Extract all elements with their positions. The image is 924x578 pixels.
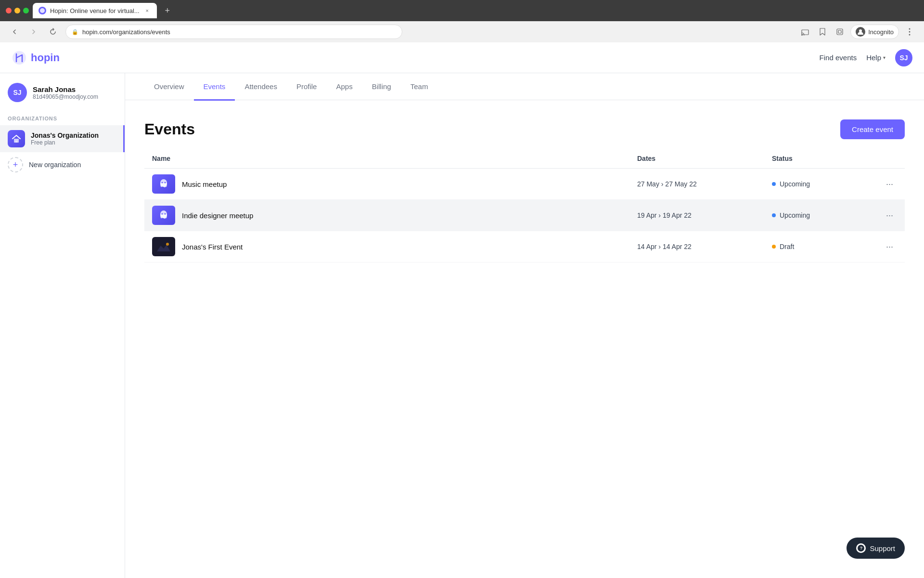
event-name-text: Jonas's First Event — [182, 243, 243, 251]
event-name-text: Indie designer meetup — [182, 211, 253, 220]
back-btn[interactable] — [8, 25, 21, 39]
event-thumb-dark — [152, 237, 175, 256]
status-text: Upcoming — [780, 180, 810, 188]
org-name: Jonas's Organization — [31, 131, 99, 139]
tab-title: Hopin: Online venue for virtual... — [50, 7, 140, 14]
maximize-window-btn[interactable] — [23, 8, 29, 13]
browser-chrome: Hopin: Online venue for virtual... × + — [0, 0, 924, 21]
hopin-logo[interactable]: hopin — [12, 50, 60, 66]
svg-point-21 — [166, 243, 169, 246]
extension-icon[interactable] — [833, 25, 847, 39]
svg-point-0 — [40, 8, 45, 13]
events-header: Events Create event — [144, 119, 905, 139]
help-button[interactable]: Help ▾ — [866, 53, 886, 62]
incognito-icon — [856, 27, 865, 37]
svg-rect-1 — [802, 30, 808, 35]
address-bar-row: 🔒 hopin.com/organizations/events Incogni… — [0, 21, 924, 42]
event-name-text: Music meetup — [182, 180, 227, 188]
address-bar[interactable]: 🔒 hopin.com/organizations/events — [65, 25, 402, 39]
org-item-jonas[interactable]: Jonas's Organization Free plan — [0, 125, 125, 152]
menu-btn[interactable] — [903, 25, 916, 39]
browser-window-controls — [6, 8, 29, 13]
sidebar-user-email: 81d49065@moodjoy.com — [33, 93, 98, 100]
tab-team[interactable]: Team — [401, 74, 438, 101]
header-actions — [868, 155, 897, 162]
minimize-window-btn[interactable] — [14, 8, 20, 13]
help-chevron-icon: ▾ — [883, 55, 886, 60]
tab-attendees[interactable]: Attendees — [235, 74, 287, 101]
tab-apps[interactable]: Apps — [326, 74, 362, 101]
status-text: Draft — [780, 243, 794, 250]
new-org-icon: + — [8, 157, 23, 172]
event-thumbnail-first — [152, 237, 175, 256]
event-thumb-purple — [152, 206, 175, 225]
tab-profile[interactable]: Profile — [287, 74, 327, 101]
new-org-label: New organization — [29, 161, 81, 169]
header-status: Status — [772, 155, 868, 162]
sidebar-user-avatar: SJ — [8, 83, 27, 102]
topnav-actions: Find events Help ▾ SJ — [820, 49, 912, 66]
table-row[interactable]: Indie designer meetup 19 Apr › 19 Apr 22… — [144, 200, 905, 231]
status-dot-upcoming — [772, 213, 776, 217]
find-events-link[interactable]: Find events — [820, 53, 857, 62]
forward-btn[interactable] — [27, 25, 40, 39]
more-options-btn[interactable]: ··· — [882, 240, 897, 254]
lock-icon: 🔒 — [72, 29, 78, 35]
main-layout: SJ Sarah Jonas 81d49065@moodjoy.com ORGA… — [0, 73, 924, 578]
table-row[interactable]: Jonas's First Event 14 Apr › 14 Apr 22 D… — [144, 231, 905, 263]
tabs: Overview Events Attendees Profile Apps B… — [125, 73, 924, 100]
event-landscape-icon — [157, 242, 170, 251]
events-title: Events — [144, 120, 195, 138]
svg-point-14 — [162, 182, 163, 184]
sidebar: SJ Sarah Jonas 81d49065@moodjoy.com ORGA… — [0, 73, 125, 578]
status-dot-draft — [772, 245, 776, 249]
event-ghost-icon — [157, 209, 170, 222]
event-ghost-icon — [157, 177, 170, 191]
svg-rect-3 — [837, 29, 843, 35]
incognito-label: Incognito — [868, 28, 894, 36]
header-name: Name — [152, 155, 637, 162]
app: hopin Find events Help ▾ SJ SJ Sarah Jon… — [0, 42, 924, 578]
more-options-btn[interactable]: ··· — [882, 209, 897, 223]
bookmark-icon[interactable] — [816, 25, 829, 39]
event-name-cell: Music meetup — [152, 174, 637, 194]
row-actions: ··· — [868, 240, 897, 254]
row-actions: ··· — [868, 177, 897, 191]
close-window-btn[interactable] — [6, 8, 12, 13]
tab-overview[interactable]: Overview — [144, 74, 194, 101]
cast-icon[interactable] — [798, 25, 812, 39]
topnav: hopin Find events Help ▾ SJ — [0, 42, 924, 73]
organizations-label: ORGANIZATIONS — [0, 116, 125, 125]
help-label: Help — [866, 53, 881, 62]
tab-events[interactable]: Events — [194, 74, 235, 101]
events-table: Name Dates Status — [144, 155, 905, 263]
support-button[interactable]: ? Support — [847, 538, 905, 559]
table-header: Name Dates Status — [144, 155, 905, 169]
svg-point-18 — [165, 213, 166, 215]
status-cell: Draft — [772, 243, 868, 250]
svg-point-17 — [162, 213, 163, 215]
svg-rect-12 — [15, 141, 17, 143]
user-avatar-topnav[interactable]: SJ — [895, 49, 912, 66]
svg-point-2 — [801, 35, 802, 36]
event-name-cell: Jonas's First Event — [152, 237, 637, 256]
status-dot-upcoming — [772, 182, 776, 186]
tab-billing[interactable]: Billing — [362, 74, 401, 101]
header-dates: Dates — [637, 155, 772, 162]
address-text: hopin.com/organizations/events — [82, 28, 170, 36]
svg-point-9 — [909, 34, 911, 36]
tab-close-btn[interactable]: × — [143, 7, 151, 14]
status-cell: Upcoming — [772, 211, 868, 219]
refresh-btn[interactable] — [46, 25, 60, 39]
more-options-btn[interactable]: ··· — [882, 177, 897, 191]
event-name-cell: Indie designer meetup — [152, 206, 637, 225]
table-row[interactable]: Music meetup 27 May › 27 May 22 Upcoming… — [144, 169, 905, 200]
address-bar-actions: Incognito — [798, 25, 916, 39]
event-dates: 27 May › 27 May 22 — [637, 180, 772, 188]
browser-tab[interactable]: Hopin: Online venue for virtual... × — [33, 3, 157, 18]
new-org-item[interactable]: + New organization — [0, 152, 125, 177]
incognito-badge[interactable]: Incognito — [850, 25, 899, 39]
create-event-button[interactable]: Create event — [840, 119, 905, 139]
new-tab-btn[interactable]: + — [161, 4, 174, 17]
sidebar-user-info: Sarah Jonas 81d49065@moodjoy.com — [33, 85, 98, 100]
